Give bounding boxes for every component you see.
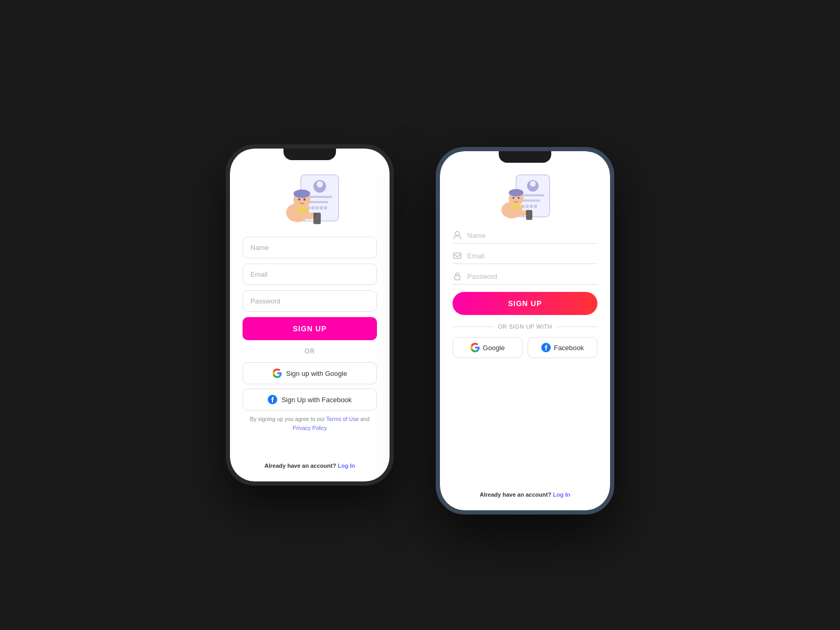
privacy-link[interactable]: Privacy Policy bbox=[292, 425, 327, 431]
svg-point-14 bbox=[303, 198, 306, 201]
google-button-right[interactable]: Google bbox=[453, 337, 522, 358]
svg-point-36 bbox=[455, 232, 459, 236]
facebook-button-right[interactable]: Facebook bbox=[528, 337, 597, 358]
google-label-right: Google bbox=[483, 344, 505, 352]
social-buttons-right: Google Facebook bbox=[453, 337, 597, 358]
password-row-right bbox=[453, 271, 597, 285]
terms-link[interactable]: Terms of Use bbox=[326, 416, 359, 422]
email-row-right bbox=[453, 251, 597, 264]
screen-left: SIGN UP OR Sign up with Google bbox=[230, 149, 390, 481]
screen-right: SIGN UP OR SIGN UP WITH Google bbox=[440, 151, 610, 510]
scene: SIGN UP OR Sign up with Google bbox=[226, 116, 614, 514]
lock-icon bbox=[453, 271, 462, 281]
password-input-left[interactable] bbox=[243, 290, 377, 312]
login-link-right[interactable]: Log In bbox=[553, 491, 570, 498]
svg-point-15 bbox=[296, 206, 308, 213]
name-row-right bbox=[453, 230, 597, 244]
svg-point-21 bbox=[530, 181, 536, 187]
svg-rect-38 bbox=[455, 276, 460, 280]
name-input-right[interactable] bbox=[467, 232, 597, 239]
signup-button-right[interactable]: SIGN UP bbox=[453, 292, 597, 315]
illustration-right bbox=[496, 172, 554, 222]
svg-point-12 bbox=[293, 190, 310, 198]
terms-section: By signing up you agree to our Terms of … bbox=[243, 415, 377, 433]
svg-rect-22 bbox=[521, 194, 544, 196]
svg-rect-9 bbox=[324, 206, 327, 209]
svg-point-32 bbox=[518, 197, 520, 199]
password-input-right[interactable] bbox=[467, 272, 597, 280]
or-label-right: OR SIGN UP WITH bbox=[498, 323, 552, 330]
facebook-button-left[interactable]: Sign Up with Facebook bbox=[243, 388, 377, 411]
svg-rect-37 bbox=[454, 253, 461, 258]
google-icon-right bbox=[470, 343, 480, 352]
facebook-label-right: Facebook bbox=[554, 344, 584, 352]
svg-rect-23 bbox=[521, 200, 540, 202]
google-button-left[interactable]: Sign up with Google bbox=[243, 362, 377, 384]
svg-rect-6 bbox=[311, 206, 314, 209]
svg-point-13 bbox=[298, 198, 300, 201]
facebook-icon-left bbox=[268, 395, 277, 404]
login-link-left[interactable]: Log In bbox=[338, 463, 355, 469]
svg-point-31 bbox=[512, 197, 514, 199]
google-label-left: Sign up with Google bbox=[286, 370, 347, 377]
svg-rect-17 bbox=[313, 213, 321, 224]
name-input-left[interactable] bbox=[243, 237, 377, 258]
facebook-label-left: Sign Up with Facebook bbox=[281, 396, 352, 404]
google-icon bbox=[272, 369, 282, 378]
svg-point-30 bbox=[509, 189, 523, 196]
svg-rect-25 bbox=[526, 205, 529, 208]
email-input-left[interactable] bbox=[243, 264, 377, 285]
svg-point-2 bbox=[317, 181, 323, 187]
illustration-left bbox=[276, 170, 344, 227]
or-divider-right: OR SIGN UP WITH bbox=[453, 323, 597, 330]
svg-rect-8 bbox=[320, 206, 323, 209]
phone-left: SIGN UP OR Sign up with Google bbox=[226, 144, 394, 486]
login-row-left: Already have an account? Log In bbox=[265, 463, 355, 469]
notch-right bbox=[499, 151, 551, 163]
svg-rect-7 bbox=[316, 206, 319, 209]
facebook-icon-right bbox=[541, 343, 551, 352]
email-icon bbox=[453, 251, 462, 260]
svg-rect-26 bbox=[530, 205, 533, 208]
svg-rect-4 bbox=[307, 201, 328, 203]
svg-rect-35 bbox=[526, 210, 532, 220]
or-line-left bbox=[453, 327, 494, 327]
svg-rect-3 bbox=[307, 196, 332, 198]
or-line-right bbox=[556, 327, 597, 327]
svg-point-33 bbox=[510, 204, 522, 209]
login-row-right: Already have an account? Log In bbox=[480, 491, 570, 498]
svg-rect-27 bbox=[534, 205, 537, 208]
person-icon bbox=[453, 230, 462, 240]
or-divider-left: OR bbox=[304, 348, 315, 355]
notch-left bbox=[284, 149, 336, 160]
phone-right: SIGN UP OR SIGN UP WITH Google bbox=[436, 147, 614, 514]
signup-button-left[interactable]: SIGN UP bbox=[243, 317, 377, 340]
email-input-right[interactable] bbox=[467, 252, 597, 260]
